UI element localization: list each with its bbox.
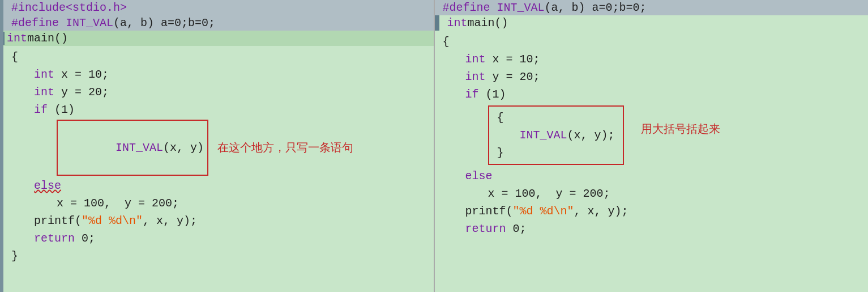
right-return: return 0;: [443, 220, 863, 238]
right-block-brace-close: }: [497, 144, 504, 162]
right-define-body: (a, b) a=0;b=0;: [545, 1, 647, 14]
right-macro-call-line: INT_VAL(x, y);: [497, 126, 615, 144]
printf-line: printf("%d %d\n", x, y);: [11, 212, 428, 230]
return-val: 0;: [82, 230, 95, 247]
brace-close: }: [11, 247, 18, 265]
main-line: int main(): [0, 31, 434, 46]
right-block-close: }: [497, 144, 615, 162]
x-decl: x = 10;: [61, 66, 109, 83]
right-block-brace-open: {: [497, 109, 504, 126]
left-gutter-bar: [0, 0, 3, 292]
macro-name-left: INT_VAL: [116, 141, 163, 154]
brace-close-line: }: [11, 247, 428, 265]
if-cond: (1): [54, 101, 75, 119]
right-int-kw1: int: [465, 50, 493, 68]
right-define-macro: INT_VAL: [497, 1, 545, 14]
right-if-kw: if: [465, 86, 486, 103]
right-printf-args: , x, y);: [574, 202, 628, 220]
right-printf-kw: printf(: [465, 202, 513, 220]
brace-open: {: [11, 48, 18, 66]
if-kw: if: [34, 101, 54, 119]
right-int-kw2: int: [465, 68, 493, 86]
printf-kw: printf(: [34, 212, 82, 230]
left-panel: #include<stdio.h> #define INT_VAL(a, b) …: [0, 0, 435, 292]
y-decl: y = 20;: [61, 83, 109, 101]
right-return-val: 0;: [513, 220, 527, 238]
right-panel: #define INT_VAL(a, b) a=0;b=0; int main(…: [435, 0, 869, 292]
define-args: (a, b) a=0;b=0;: [113, 16, 215, 29]
right-printf-str: "%d %d\n": [513, 202, 574, 220]
xy-assign-line: x = 100, y = 200;: [11, 194, 428, 212]
right-x-decl: x = 10;: [493, 50, 540, 68]
right-int-y: int y = 20;: [443, 68, 863, 86]
right-define-kw: #define: [443, 1, 497, 14]
right-block-section: { INT_VAL(x, y); } 用大括号括起来: [443, 104, 863, 166]
left-code-area: { int x = 10; int y = 20; if (1) INT_VAL…: [0, 46, 434, 267]
int-keyword-main: int: [7, 32, 27, 45]
printf-args: , x, y);: [143, 212, 197, 230]
right-xy-assign: x = 100, y = 200;: [443, 185, 863, 202]
right-if-cond: (1): [486, 86, 506, 103]
right-annotation: 用大括号括起来: [641, 120, 720, 138]
xy-assign: x = 100, y = 200;: [57, 194, 179, 212]
main-func: main(): [27, 32, 68, 45]
include-text: #include<stdio.h>: [11, 1, 127, 14]
right-block-open: {: [497, 109, 615, 126]
annotation-left: 在这个地方，只写一条语句: [217, 139, 353, 156]
right-code-area: { int x = 10; int y = 20; if (1) { INT_V…: [435, 31, 869, 240]
right-main-func: main(): [468, 16, 508, 29]
right-int-x: int x = 10;: [443, 50, 863, 68]
right-y-decl: y = 20;: [493, 68, 540, 86]
return-line: return 0;: [11, 230, 428, 247]
else-kw: else: [34, 177, 61, 194]
right-xy-assign-val: x = 100, y = 200;: [488, 185, 610, 202]
int-kw2: int: [34, 83, 61, 101]
int-x-line: int x = 10;: [11, 66, 428, 83]
define-line-left: #define INT_VAL(a, b) a=0;b=0;: [0, 15, 434, 31]
if-line: if (1): [11, 101, 428, 119]
right-macro-args: (x, y);: [567, 126, 615, 144]
right-main-line: int main(): [435, 15, 869, 31]
right-macro-block: { INT_VAL(x, y); }: [488, 105, 624, 165]
brace-open-line: {: [11, 48, 428, 66]
right-return-kw: return: [465, 220, 513, 238]
define-keyword: #define: [11, 16, 66, 29]
right-printf: printf("%d %d\n", x, y);: [443, 202, 863, 220]
right-else-kw: else: [465, 167, 493, 185]
right-brace-open: {: [443, 33, 863, 50]
else-line: else: [11, 177, 428, 194]
int-kw1: int: [34, 66, 61, 83]
include-line: #include<stdio.h>: [0, 0, 434, 15]
right-annotation-text: 用大括号括起来: [641, 122, 720, 135]
int-y-line: int y = 20;: [11, 83, 428, 101]
macro-args-left: (x, y): [163, 141, 204, 154]
right-else-line: else: [443, 167, 863, 185]
right-macro-name: INT_VAL: [520, 126, 567, 144]
macro-call-line: INT_VAL(x, y) 在这个地方，只写一条语句: [11, 120, 428, 176]
right-int-kw: int: [447, 16, 468, 29]
right-if: if (1): [443, 86, 863, 103]
printf-str: "%d %d\n": [82, 212, 143, 230]
return-kw: return: [34, 230, 82, 247]
right-brace-open-char: {: [443, 33, 450, 50]
define-macro-name: INT_VAL: [66, 16, 113, 29]
right-define-line: #define INT_VAL(a, b) a=0;b=0;: [435, 0, 869, 15]
macro-call-box: INT_VAL(x, y): [57, 120, 208, 176]
